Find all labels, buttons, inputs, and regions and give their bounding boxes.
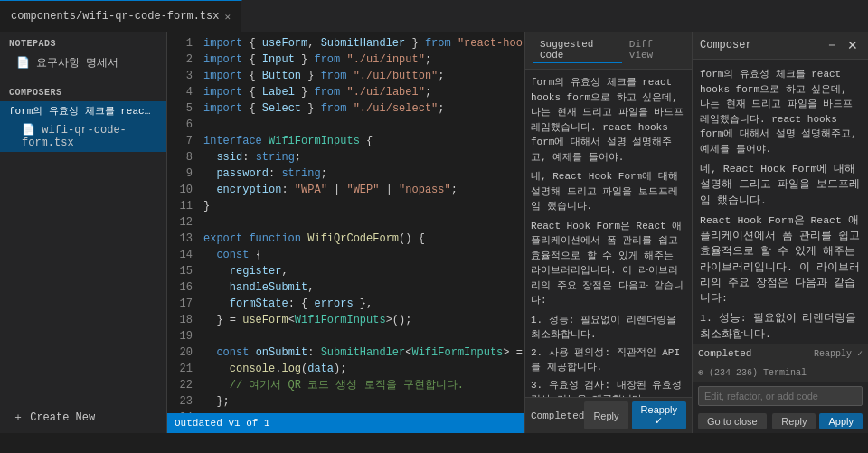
code-line-15: register,	[200, 263, 524, 279]
suggested-p6: 3. 유효성 검사: 내장된 유효성 검사 기능을 제공합니다.	[531, 378, 686, 398]
code-line-4: import { Label } from "./ui/label";	[200, 84, 524, 100]
code-line-10: encryption: "WPA" | "WEP" | "nopass";	[200, 182, 524, 198]
suggested-code-footer: Completed Reply Reapply ✓	[525, 397, 692, 433]
code-line-14: const {	[200, 247, 524, 263]
code-line-20: const onSubmit: SubmitHandler<WifiFormIn…	[200, 344, 524, 361]
left-sidebar: NOTEPADS 📄 요구사항 명세서 COMPOSERS form의 유효성 …	[0, 32, 167, 433]
sidebar-item-file[interactable]: 📄 wifi-qr-code-form.tsx	[0, 120, 166, 152]
notepads-title: NOTEPADS	[0, 32, 166, 52]
code-editor: 12345 678910 1112131415 1617181920 21222…	[167, 32, 524, 433]
suggested-p4: 1. 성능: 필요없이 리렌더링을 최소화합니다.	[531, 313, 686, 343]
code-line-3: import { Button } from "./ui/button";	[200, 68, 524, 84]
code-line-13: export function WifiQrCodeForm() {	[200, 231, 524, 247]
code-line-22: // 여기서 QR 코드 생성 로직을 구현합니다.	[200, 377, 524, 393]
suggested-p5: 2. 사용 편의성: 직관적인 API를 제공합니다.	[531, 345, 686, 375]
main-layout: NOTEPADS 📄 요구사항 명세서 COMPOSERS form의 유효성 …	[0, 32, 868, 433]
code-line-16: handleSubmit,	[200, 279, 524, 296]
suggested-code-panel: Suggested Code Diff View form의 유효성 체크를 r…	[524, 32, 692, 433]
code-line-6	[200, 117, 524, 133]
composer-content: form의 유효성 체크를 react hooks form으로 하고 싶은데,…	[693, 60, 868, 344]
code-line-17: formState: { errors },	[200, 296, 524, 312]
tab-close-icon[interactable]: ✕	[224, 11, 231, 23]
composer-input[interactable]	[698, 386, 863, 406]
sidebar-item-notepad[interactable]: 📄 요구사항 명세서	[0, 52, 166, 73]
composer-close-button[interactable]: ✕	[844, 37, 861, 53]
suggested-p2: 네, React Hook Form에 대해 설명해 드리고 파일을 보드프레임…	[531, 169, 686, 214]
panel-tabs: Suggested Code Diff View	[533, 37, 684, 63]
composers-title: COMPOSERS	[0, 80, 166, 101]
tab-diff-view[interactable]: Diff View	[622, 37, 684, 63]
composer-title: Composer	[700, 39, 752, 52]
suggested-p3: React Hook Form은 React 애플리케이션에서 폼 관리를 쉽고…	[531, 219, 686, 308]
file-icon: 📄	[22, 124, 42, 137]
code-line-19	[200, 328, 524, 344]
code-line-21: console.log(data);	[200, 361, 524, 377]
create-new-label: ＋ Create New	[13, 411, 95, 424]
composer-panel: Composer － ✕ form의 유효성 체크를 react hooks f…	[692, 32, 868, 433]
composer-header: Composer － ✕	[693, 32, 868, 60]
notepads-section: NOTEPADS 📄 요구사항 명세서	[0, 32, 166, 73]
code-line-8: ssid: string;	[200, 149, 524, 165]
composers-section: COMPOSERS form의 유효성 체크를 react hooks form…	[0, 80, 166, 152]
code-line-12	[200, 214, 524, 231]
code-content: 12345 678910 1112131415 1617181920 21222…	[167, 32, 524, 413]
reply-button[interactable]: Reply	[584, 401, 627, 429]
sidebar-item-composer-active[interactable]: form의 유효성 체크를 react hooks form으로 하고 싶...	[0, 101, 166, 120]
status-left: Outdated v1 of 1	[175, 418, 270, 429]
composer-li1: 1. 성능: 필요없이 리렌더링을 최소화합니다.	[700, 310, 861, 342]
composer-active-label: form의 유효성 체크를 react hooks form으로 하고 싶...	[9, 104, 154, 118]
create-new-button[interactable]: ＋ Create New	[9, 407, 157, 428]
code-line-18: } = useForm<WifiFormInputs>();	[200, 312, 524, 328]
reapply-label: Reapply ✓	[814, 348, 863, 359]
composer-minimize-button[interactable]: －	[823, 37, 841, 53]
composer-p1: form의 유효성 체크를 react hooks form으로 하고 싶은데,…	[700, 67, 861, 156]
code-lines[interactable]: import { useForm, SubmitHandler } from "…	[200, 32, 524, 413]
suggested-code-header: Suggested Code Diff View	[525, 32, 692, 70]
notepad-label: 요구사항 명세서	[36, 57, 118, 70]
code-line-5: import { Select } from "./ui/select";	[200, 100, 524, 117]
code-line-1: import { useForm, SubmitHandler } from "…	[200, 35, 524, 52]
code-line-11: }	[200, 198, 524, 214]
status-outdated: Outdated v1 of 1	[175, 418, 270, 429]
go-to-close-button[interactable]: Go to close	[698, 413, 767, 429]
tab-bar: components/wifi-qr-code-form.tsx ✕	[0, 0, 868, 32]
code-line-9: password: string;	[200, 165, 524, 182]
line-numbers: 12345 678910 1112131415 1617181920 21222…	[167, 32, 200, 413]
notepad-icon: 📄	[16, 57, 36, 70]
composer-p2: 네, React Hook Form에 대해 설명해 드리고 파일을 보드프레임…	[700, 161, 861, 208]
completed-status: Completed	[698, 348, 751, 359]
code-line-2: import { Input } from "./ui/input";	[200, 52, 524, 68]
suggested-code-content: form의 유효성 체크를 react hooks form으로 하고 싶은데,…	[525, 70, 692, 397]
suggested-p1: form의 유효성 체크를 react hooks form으로 하고 싶은데,…	[531, 75, 686, 165]
terminal-label: ⊕ (234-236) Terminal	[698, 367, 807, 378]
active-tab[interactable]: components/wifi-qr-code-form.tsx ✕	[0, 0, 242, 32]
composer-p3: React Hook Form은 React 애플리케이션에서 폼 관리를 쉽고…	[700, 212, 861, 307]
apply-btn-footer[interactable]: Apply	[819, 413, 863, 429]
code-line-23: };	[200, 393, 524, 410]
editor-status-bar: Outdated v1 of 1	[167, 413, 524, 433]
reply-btn-footer[interactable]: Reply	[772, 413, 816, 429]
tab-suggested-code[interactable]: Suggested Code	[533, 37, 622, 63]
completed-label: Completed	[531, 411, 584, 421]
code-line-7: interface WifiFormInputs {	[200, 133, 524, 149]
tab-label: components/wifi-qr-code-form.tsx	[11, 10, 219, 23]
apply-button[interactable]: Reapply ✓	[632, 401, 686, 429]
